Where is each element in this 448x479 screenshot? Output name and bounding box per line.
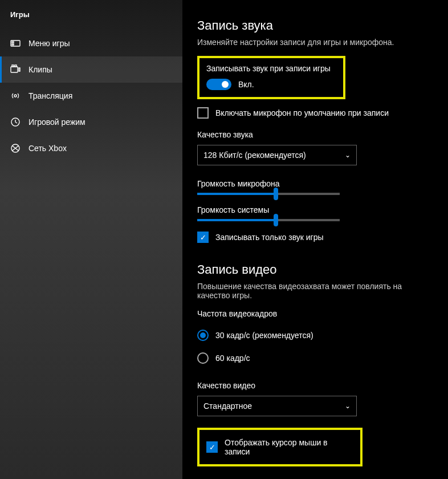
fps-label: Частота видеокадров xyxy=(197,309,433,318)
cursor-checkbox[interactable]: ✓ xyxy=(206,441,218,453)
video-title: Запись видео xyxy=(197,262,433,277)
video-quality-label: Качество видео xyxy=(197,381,433,390)
svg-rect-1 xyxy=(12,42,14,43)
slider-fill xyxy=(197,219,276,221)
game-mode-icon xyxy=(10,117,21,127)
sidebar-item-game-mode[interactable]: Игровой режим xyxy=(0,109,182,135)
sidebar-title: Игры xyxy=(0,10,182,30)
fps-60-label: 60 кадр/с xyxy=(215,354,250,363)
clips-icon xyxy=(10,64,21,75)
record-audio-label: Записывать звук при записи игры xyxy=(206,64,336,73)
mic-volume-slider[interactable] xyxy=(197,193,340,195)
sidebar-item-label: Трансляция xyxy=(28,91,72,100)
toggle-state-label: Вкл. xyxy=(238,80,254,89)
mic-volume-group: Громкость микрофона xyxy=(197,179,433,195)
slider-fill xyxy=(197,193,276,195)
highlight-cursor: ✓ Отображать курсор мыши в записи xyxy=(197,428,363,466)
video-quality-dropdown[interactable]: Стандартное ⌄ xyxy=(197,396,357,416)
slider-thumb[interactable] xyxy=(274,188,278,200)
audio-quality-label: Качество звука xyxy=(197,130,433,139)
sidebar-item-label: Клипы xyxy=(28,65,52,74)
sidebar-item-label: Сеть Xbox xyxy=(28,144,67,153)
system-volume-group: Громкость системы xyxy=(197,205,433,221)
sidebar-item-clips[interactable]: Клипы xyxy=(0,56,182,83)
sidebar-item-broadcast[interactable]: Трансляция xyxy=(0,83,182,109)
svg-rect-2 xyxy=(12,44,14,45)
sidebar-item-game-menu[interactable]: Меню игры xyxy=(0,30,182,56)
mic-volume-label: Громкость микрофона xyxy=(197,179,433,188)
content: Запись звука Изменяйте настройки записи … xyxy=(182,0,448,479)
game-only-label: Записывать только звук игры xyxy=(215,233,324,242)
fps-30-row[interactable]: 30 кадр/с (рекомендуется) xyxy=(197,330,433,341)
video-quality-value: Стандартное xyxy=(203,401,252,411)
system-volume-label: Громкость системы xyxy=(197,205,433,214)
sidebar-item-label: Меню игры xyxy=(28,39,70,48)
audio-title: Запись звука xyxy=(197,18,433,33)
system-volume-slider[interactable] xyxy=(197,219,340,221)
svg-rect-4 xyxy=(12,65,14,67)
toggle-knob xyxy=(222,81,229,88)
mic-default-label: Включать микрофон по умолчанию при запис… xyxy=(215,108,389,117)
fps-60-row[interactable]: 60 кадр/с xyxy=(197,352,433,364)
video-section: Запись видео Повышение качества видеозах… xyxy=(197,262,433,466)
cursor-row[interactable]: ✓ Отображать курсор мыши в записи xyxy=(206,438,353,456)
audio-quality-dropdown[interactable]: 128 Кбит/с (рекомендуется) ⌄ xyxy=(197,145,357,165)
game-bar-icon xyxy=(10,38,21,48)
svg-point-7 xyxy=(14,95,17,97)
svg-rect-6 xyxy=(19,68,20,71)
fps-30-label: 30 кадр/с (рекомендуется) xyxy=(215,331,313,340)
slider-thumb[interactable] xyxy=(274,214,278,226)
xbox-icon xyxy=(10,143,21,153)
record-audio-toggle[interactable] xyxy=(206,79,231,90)
sidebar-item-label: Игровой режим xyxy=(28,117,85,127)
game-only-checkbox[interactable]: ✓ xyxy=(197,232,209,243)
audio-quality-value: 128 Кбит/с (рекомендуется) xyxy=(203,151,306,160)
mic-default-checkbox[interactable] xyxy=(197,107,209,119)
chevron-down-icon: ⌄ xyxy=(345,151,351,159)
audio-section: Запись звука Изменяйте настройки записи … xyxy=(197,18,433,243)
broadcast-icon xyxy=(10,91,21,101)
video-desc: Повышение качества видеозахвата может по… xyxy=(197,282,433,300)
fps-30-radio[interactable] xyxy=(197,330,209,341)
svg-rect-3 xyxy=(11,67,18,72)
mic-default-row[interactable]: Включать микрофон по умолчанию при запис… xyxy=(197,107,433,119)
record-audio-toggle-row: Вкл. xyxy=(206,79,336,90)
sidebar-item-xbox-network[interactable]: Сеть Xbox xyxy=(0,135,182,161)
chevron-down-icon: ⌄ xyxy=(345,402,351,410)
game-only-row[interactable]: ✓ Записывать только звук игры xyxy=(197,232,433,243)
cursor-label: Отображать курсор мыши в записи xyxy=(225,438,353,456)
fps-60-radio[interactable] xyxy=(197,352,209,364)
audio-desc: Изменяйте настройки записи для игры и ми… xyxy=(197,38,433,47)
sidebar: Игры Меню игры Клипы Трансляция Игровой … xyxy=(0,0,182,479)
highlight-record-audio: Записывать звук при записи игры Вкл. xyxy=(197,56,345,99)
svg-rect-5 xyxy=(15,65,17,67)
